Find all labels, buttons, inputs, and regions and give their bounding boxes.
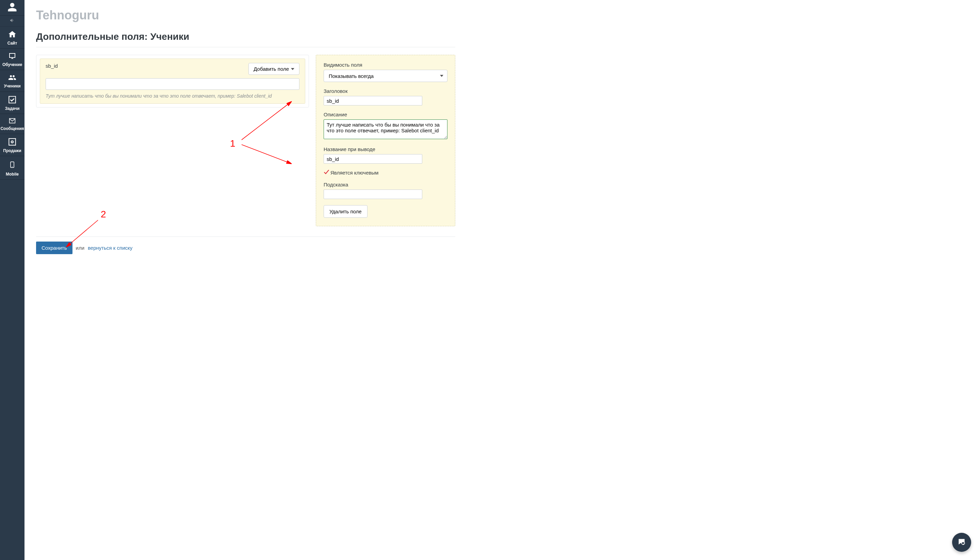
field-card[interactable]: sb_id Добавить поле Тут лучше написать ч… [40, 58, 305, 104]
caret-down-icon [291, 68, 294, 70]
sidebar-item-label: Продажи [3, 149, 21, 153]
fields-list-panel: sb_id Добавить поле Тут лучше написать ч… [36, 55, 309, 108]
user-icon [7, 2, 17, 13]
sidebar-item-messages[interactable]: Сообщения [0, 114, 25, 134]
or-text: или [76, 245, 85, 251]
sidebar-item-label: Задачи [5, 107, 20, 111]
board-icon [7, 52, 17, 61]
sidebar-item-label: Сообщения [0, 127, 24, 131]
safe-icon [8, 137, 17, 147]
description-textarea[interactable]: Тут лучше написать что бы вы понимали чт… [323, 119, 447, 139]
check-icon [8, 95, 17, 105]
hint-input[interactable] [323, 190, 422, 199]
mobile-icon [9, 160, 16, 171]
users-icon [7, 73, 17, 83]
field-name: sb_id [46, 63, 58, 69]
sidebar-item-sound[interactable] [0, 16, 25, 27]
visibility-select[interactable]: Показывать всегда [323, 70, 447, 82]
sidebar-item-site[interactable]: Сайт [0, 27, 25, 48]
sidebar: Сайт Обучение Ученики Задачи Сообщения П… [0, 0, 25, 560]
delete-field-button[interactable]: Удалить поле [323, 205, 368, 218]
sidebar-item-label: Сайт [7, 41, 17, 46]
home-icon [7, 30, 17, 40]
sidebar-item-tasks[interactable]: Задачи [0, 92, 25, 114]
page-title: Дополнительные поля: Ученики [36, 31, 455, 42]
title-input[interactable] [323, 96, 422, 105]
title-label: Заголовок [323, 88, 447, 94]
output-name-input[interactable] [323, 154, 422, 163]
sidebar-item-profile[interactable] [0, 0, 25, 16]
output-name-label: Название при выводе [323, 146, 447, 152]
chat-fab[interactable] [952, 533, 971, 552]
hint-label: Подсказка [323, 182, 447, 187]
back-link[interactable]: вернуться к списку [88, 245, 132, 251]
divider [36, 47, 455, 47]
sidebar-item-sales[interactable]: Продажи [0, 134, 25, 156]
mail-icon [7, 117, 17, 125]
sidebar-item-mobile[interactable]: Mobile [0, 156, 25, 180]
main-content: Tehnoguru Дополнительные поля: Ученики s… [25, 0, 467, 275]
sound-icon [9, 18, 16, 24]
svg-point-4 [12, 167, 13, 167]
footer-actions: Сохранить или вернуться к списку [36, 242, 455, 254]
sidebar-item-students[interactable]: Ученики [0, 70, 25, 92]
sidebar-item-label: Ученики [4, 84, 20, 88]
add-field-button[interactable]: Добавить поле [248, 63, 300, 75]
description-label: Описание [323, 112, 447, 117]
field-hint: Тут лучше написать что бы вы понимали чт… [46, 93, 300, 99]
sidebar-item-label: Обучение [2, 63, 22, 67]
is-key-label: Является ключевым [330, 170, 378, 175]
svg-point-2 [12, 142, 13, 142]
sidebar-item-training[interactable]: Обучение [0, 48, 25, 70]
is-key-checkbox[interactable] [323, 170, 329, 175]
brand-title: Tehnoguru [36, 8, 455, 22]
field-value-input[interactable] [46, 78, 300, 90]
save-button[interactable]: Сохранить [36, 242, 72, 254]
add-field-label: Добавить поле [253, 66, 289, 72]
chat-icon [957, 538, 966, 547]
field-settings-panel: Видимость поля Показывать всегда Заголов… [316, 55, 455, 226]
footer-divider [36, 237, 455, 237]
visibility-label: Видимость поля [323, 62, 447, 68]
sidebar-item-label: Mobile [6, 172, 19, 177]
